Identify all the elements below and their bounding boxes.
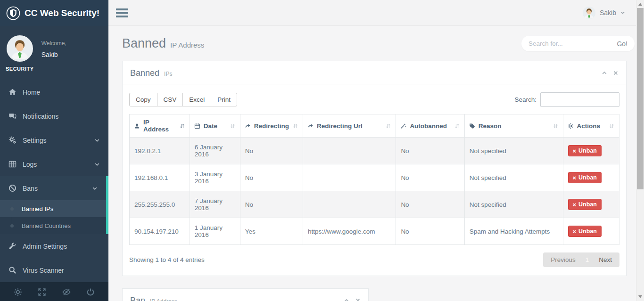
sidebar-item-bans[interactable]: Bans bbox=[0, 176, 106, 200]
sidebar-item-notifications[interactable]: Notifications bbox=[0, 104, 108, 128]
sidebar-item-home[interactable]: Home bbox=[0, 80, 108, 104]
tag-icon bbox=[469, 123, 475, 129]
search-icon bbox=[8, 266, 17, 274]
home-icon bbox=[8, 88, 17, 96]
sidebar-item-label: Notifications bbox=[23, 113, 58, 120]
page-scrollbar[interactable] bbox=[636, 0, 644, 301]
cell-autobanned: No bbox=[396, 218, 464, 245]
sidebar-item-admin-settings[interactable]: Admin Settings bbox=[0, 234, 108, 258]
cell-date: 7 January 2016 bbox=[190, 191, 240, 218]
app-window: CC Web Security! SECURITY Welcome, Sakib… bbox=[0, 0, 644, 301]
power-icon[interactable] bbox=[86, 288, 95, 296]
scrollbar-up-arrow-icon[interactable] bbox=[638, 3, 642, 6]
csv-button[interactable]: CSV bbox=[157, 93, 183, 106]
role-badge: SECURITY bbox=[6, 66, 34, 72]
excel-button[interactable]: Excel bbox=[182, 93, 211, 106]
column-header-autobanned[interactable]: Autobanned bbox=[396, 114, 464, 138]
table-search-input[interactable] bbox=[540, 92, 619, 107]
table-icon bbox=[8, 160, 17, 168]
sidebar-item-label: Bans bbox=[23, 185, 38, 192]
wrench-icon bbox=[8, 242, 17, 250]
page-content: BannedIP Address Go! Banned IPs bbox=[108, 26, 644, 301]
cell-date: 6 January 2016 bbox=[190, 138, 240, 164]
page-subtitle: IP Address bbox=[170, 41, 204, 49]
tree-dot bbox=[10, 207, 14, 211]
welcome-text: Welcome, bbox=[41, 40, 66, 47]
settings-gear-icon[interactable] bbox=[14, 288, 22, 296]
user-menu[interactable]: Sakib bbox=[583, 7, 625, 19]
cell-redirecting-url bbox=[303, 164, 396, 191]
column-header-redirecting[interactable]: Redirecting bbox=[240, 114, 303, 138]
sort-icon bbox=[292, 123, 298, 129]
user-avatar bbox=[7, 35, 33, 62]
print-button[interactable]: Print bbox=[211, 93, 237, 106]
sidebar-menu: Home Notifications bbox=[0, 80, 108, 282]
site-search-go-button[interactable]: Go! bbox=[617, 40, 627, 48]
sidebar-item-label: Home bbox=[23, 89, 40, 96]
sidebar-item-logs[interactable]: Logs bbox=[0, 152, 108, 176]
close-icon[interactable] bbox=[613, 70, 619, 76]
redirect-arrow-icon bbox=[307, 123, 314, 129]
unban-button[interactable]: ×Unban bbox=[568, 172, 602, 183]
user-icon bbox=[134, 123, 140, 129]
cell-reason: Spam and Hacking Attempts bbox=[464, 218, 563, 245]
table-row: 192.168.0.1 3 January 2016 No No Not spe… bbox=[130, 164, 619, 191]
unban-button[interactable]: ×Unban bbox=[568, 199, 602, 210]
scrollbar-down-arrow-icon[interactable] bbox=[638, 295, 642, 298]
column-header-redirecting-url[interactable]: Redirecting Url bbox=[303, 114, 396, 138]
unban-button[interactable]: ×Unban bbox=[568, 145, 602, 156]
column-header-reason[interactable]: Reason bbox=[464, 114, 563, 138]
top-navbar: Sakib bbox=[108, 0, 644, 26]
collapse-chevron-up-icon[interactable] bbox=[344, 298, 349, 301]
cell-autobanned: No bbox=[396, 164, 464, 191]
chevron-down-icon bbox=[94, 138, 100, 143]
eye-slash-icon[interactable] bbox=[62, 288, 71, 296]
cell-reason: Not specified bbox=[464, 138, 563, 164]
pagination-page-1[interactable]: 1 bbox=[586, 256, 589, 263]
menu-toggle-button[interactable] bbox=[116, 7, 128, 19]
table-row: 192.0.2.1 6 January 2016 No No Not speci… bbox=[130, 138, 619, 164]
pagination-previous[interactable]: Previous bbox=[551, 256, 576, 263]
copy-button[interactable]: Copy bbox=[129, 93, 157, 106]
sort-icon bbox=[230, 123, 236, 129]
table-row: 90.154.197.210 1 January 2016 Yes https:… bbox=[130, 218, 619, 245]
panel-title: Ban bbox=[130, 296, 145, 301]
column-header-ip-address[interactable]: IP Address bbox=[130, 114, 190, 138]
pagination: Previous 1 Next bbox=[543, 252, 619, 267]
unban-button[interactable]: ×Unban bbox=[568, 226, 602, 237]
sidebar-item-settings[interactable]: Settings bbox=[0, 128, 108, 152]
cell-ip: 192.0.2.1 bbox=[130, 138, 190, 164]
column-header-actions[interactable]: Actions bbox=[563, 114, 619, 138]
collapse-chevron-up-icon[interactable] bbox=[602, 70, 607, 76]
redirect-arrow-icon bbox=[245, 123, 251, 129]
cell-redirecting: No bbox=[240, 164, 303, 191]
column-header-date[interactable]: Date bbox=[190, 114, 240, 138]
cell-autobanned: No bbox=[396, 191, 464, 218]
gears-icon bbox=[8, 136, 17, 144]
close-icon[interactable] bbox=[355, 298, 361, 301]
sidebar-footer bbox=[0, 282, 108, 301]
sidebar-subitem-banned-ips[interactable]: Banned IPs bbox=[0, 200, 106, 217]
sidebar-item-label: Settings bbox=[23, 137, 47, 144]
scrollbar-thumb[interactable] bbox=[637, 8, 644, 189]
cell-ip: 192.168.0.1 bbox=[130, 164, 190, 191]
sort-icon bbox=[179, 123, 185, 129]
page-title: Banned bbox=[122, 36, 166, 50]
pagination-next[interactable]: Next bbox=[599, 256, 612, 263]
fullscreen-icon[interactable] bbox=[38, 288, 46, 296]
cell-redirecting: No bbox=[240, 138, 303, 164]
brand[interactable]: CC Web Security! bbox=[0, 0, 108, 26]
export-button-group: Copy CSV Excel Print bbox=[129, 93, 237, 106]
site-search-input[interactable] bbox=[528, 40, 617, 47]
gear-icon bbox=[568, 123, 574, 129]
cell-redirecting-url: https://www.google.com bbox=[303, 218, 396, 245]
chevron-down-icon bbox=[92, 186, 98, 191]
chevron-down-icon bbox=[94, 162, 100, 167]
banned-ips-panel: Banned IPs Copy bbox=[122, 61, 627, 276]
shield-logo-icon bbox=[6, 6, 20, 20]
sidebar-subitem-label: Banned Countries bbox=[22, 222, 71, 229]
sidebar-item-virus-scanner[interactable]: Virus Scanner bbox=[0, 258, 108, 282]
main-area: Sakib BannedIP Address Go! Banned bbox=[108, 0, 644, 301]
banned-ips-table: IP Address bbox=[129, 114, 619, 245]
sidebar-subitem-banned-countries[interactable]: Banned Countries bbox=[0, 217, 106, 234]
